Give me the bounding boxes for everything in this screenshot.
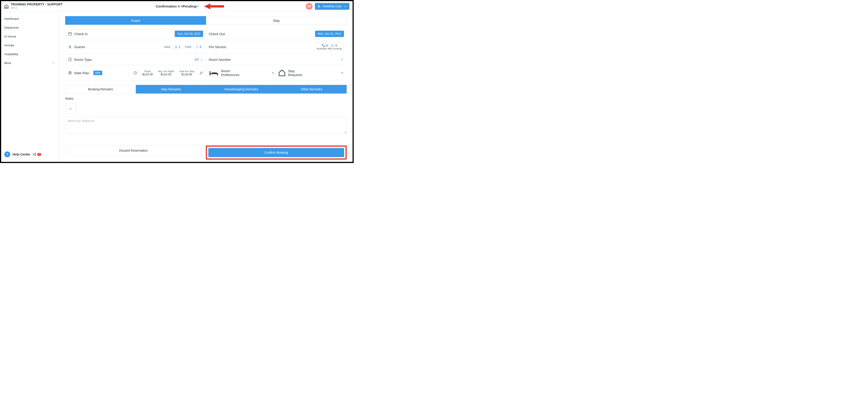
avg-col: Avg. Per Night $110.00 bbox=[158, 70, 174, 76]
total-col: Total For Stay $116.05 bbox=[179, 70, 194, 76]
chevron-down-icon bbox=[52, 62, 55, 65]
sidebar-item-more[interactable]: More bbox=[1, 59, 59, 67]
info-icon[interactable] bbox=[133, 71, 137, 75]
edit-icon[interactable] bbox=[199, 71, 203, 75]
discard-reservation-button[interactable]: Discard Reservation bbox=[65, 145, 202, 156]
adult-count: 1 bbox=[179, 45, 180, 48]
pet-note: Available after booking bbox=[317, 47, 342, 50]
svg-point-1 bbox=[318, 5, 320, 6]
avg-label: Avg. Per Night bbox=[158, 70, 174, 73]
room-preferences[interactable]: Room Preferences bbox=[209, 68, 275, 78]
rates-label: Rates bbox=[142, 70, 153, 73]
user-menu[interactable]: HotelKey User bbox=[315, 3, 349, 10]
sidebar-item-arrivals[interactable]: Arrivals bbox=[1, 41, 59, 50]
child-stepper[interactable]: 0 bbox=[194, 45, 203, 49]
home-icon[interactable] bbox=[4, 4, 9, 9]
help-label: Help Center bbox=[12, 153, 30, 156]
checkout-panel: Check Out Mon, Oct 31, 2022 bbox=[206, 28, 347, 40]
room-pref-stay-req-panel: Room Preferences Stay Requests bbox=[206, 65, 347, 80]
checkin-date-button[interactable]: Sun, Oct 30, 2022 bbox=[175, 31, 203, 37]
calendar-icon bbox=[68, 32, 72, 36]
adult-label: Adult bbox=[164, 45, 170, 48]
sidebar-more-label: More bbox=[4, 61, 11, 65]
sidebar: Dashboard Departures In House Arrivals A… bbox=[1, 11, 59, 162]
help-center[interactable]: ? Help Center 1 bbox=[1, 149, 59, 159]
svg-point-7 bbox=[70, 59, 71, 60]
room-number-label: Room Number bbox=[209, 58, 231, 62]
child-count: 0 bbox=[200, 45, 201, 48]
tab-booking-remarks[interactable]: Booking Remarks bbox=[65, 85, 136, 94]
avatar[interactable]: GP bbox=[306, 3, 313, 10]
checkin-panel: Check In Sun, Oct 30, 2022 bbox=[65, 28, 206, 40]
adult-icon bbox=[175, 46, 178, 48]
property-title: TRAINING PROPERTY - SUPPORT bbox=[11, 3, 62, 6]
child-icon bbox=[195, 46, 198, 48]
tab-stay[interactable]: Stay bbox=[206, 16, 347, 25]
tab-hk-remarks[interactable]: Housekeeping Remarks bbox=[206, 85, 276, 94]
chevron-down-icon bbox=[340, 71, 344, 75]
paw-count: 0 bbox=[326, 44, 328, 47]
rate-plan-panel: Rate Plan BAR Rates $110.00 Avg. Per Nig… bbox=[65, 65, 206, 80]
chevron-down-icon bbox=[343, 4, 347, 8]
remarks-tabs: Booking Remarks Stay Remarks Housekeepin… bbox=[65, 85, 347, 94]
property-code: TP11 bbox=[11, 7, 62, 10]
plus-icon bbox=[68, 107, 72, 111]
confirmation-header: Confirmation # <Pending> bbox=[156, 4, 198, 8]
tab-other-remarks[interactable]: Other Remarks bbox=[276, 85, 347, 94]
announcements-icon[interactable]: 1 bbox=[33, 152, 41, 157]
svg-point-3 bbox=[69, 46, 71, 47]
pet-label: Pet Service bbox=[209, 45, 226, 49]
dollar-icon bbox=[68, 71, 72, 75]
room-type-panel[interactable]: Room Type QR bbox=[65, 54, 206, 65]
sidebar-item-inhouse[interactable]: In House bbox=[1, 32, 59, 41]
person-icon bbox=[68, 45, 72, 49]
chevron-right-icon bbox=[200, 58, 203, 61]
tab-guest[interactable]: Guest bbox=[65, 16, 206, 25]
checkout-date-button[interactable]: Mon, Oct 31, 2022 bbox=[315, 31, 344, 37]
room-number-panel[interactable]: Room Number bbox=[206, 54, 347, 65]
notes-label: Notes bbox=[65, 97, 347, 100]
rates-value: $110.00 bbox=[142, 73, 153, 76]
pet-cart-count: 0 bbox=[335, 44, 337, 47]
paw-icon: 🐾0 bbox=[321, 44, 328, 47]
pet-service-box[interactable]: 🐾0 🛒0 Available after booking bbox=[315, 43, 344, 51]
rate-plan-label: Rate Plan bbox=[74, 71, 89, 75]
footer-actions: Discard Reservation Confirm Booking bbox=[65, 145, 347, 160]
sidebar-item-departures[interactable]: Departures bbox=[1, 23, 59, 32]
door-icon bbox=[68, 58, 72, 62]
confirm-highlight-box: Confirm Booking bbox=[206, 145, 347, 160]
property-block: TRAINING PROPERTY - SUPPORT TP11 bbox=[11, 3, 62, 10]
total-label: Total For Stay bbox=[179, 70, 194, 73]
room-type-value[interactable]: QR bbox=[194, 58, 203, 61]
pet-service-panel: Pet Service 🐾0 🛒0 Available after bookin… bbox=[206, 40, 347, 54]
child-label: Child bbox=[185, 45, 191, 48]
sidebar-item-dashboard[interactable]: Dashboard bbox=[1, 14, 59, 23]
sidebar-item-availability[interactable]: Availability bbox=[1, 50, 59, 59]
adult-stepper[interactable]: 1 bbox=[173, 45, 182, 49]
svg-point-5 bbox=[197, 46, 197, 46]
user-label: HotelKey User bbox=[322, 4, 342, 8]
rates-col: Rates $110.00 bbox=[142, 70, 153, 76]
help-icon: ? bbox=[4, 152, 10, 157]
user-icon bbox=[317, 4, 321, 8]
booking-remarks-input[interactable] bbox=[65, 117, 347, 133]
svg-point-4 bbox=[176, 46, 177, 47]
add-note-button[interactable] bbox=[65, 103, 75, 114]
megaphone-icon bbox=[33, 152, 37, 157]
chevron-down-icon bbox=[271, 71, 275, 75]
svg-marker-0 bbox=[204, 3, 224, 9]
stay-requests[interactable]: Stay Requests bbox=[275, 69, 344, 77]
notif-badge: 1 bbox=[37, 153, 41, 156]
annotation-arrow-icon bbox=[204, 3, 224, 10]
room-type-text: QR bbox=[194, 58, 199, 61]
house-icon bbox=[278, 69, 286, 77]
avg-value: $110.00 bbox=[158, 73, 174, 76]
tab-stay-remarks[interactable]: Stay Remarks bbox=[136, 85, 206, 94]
confirm-booking-button[interactable]: Confirm Booking bbox=[208, 148, 344, 157]
rate-plan-badge[interactable]: BAR bbox=[93, 71, 102, 75]
room-pref-label: Room Preferences bbox=[221, 69, 240, 77]
svg-rect-2 bbox=[68, 33, 71, 35]
checkin-label: Check In bbox=[74, 32, 88, 36]
guests-panel: Guests Adult 1 Child 0 bbox=[65, 40, 206, 54]
guests-label: Guests bbox=[74, 45, 85, 49]
